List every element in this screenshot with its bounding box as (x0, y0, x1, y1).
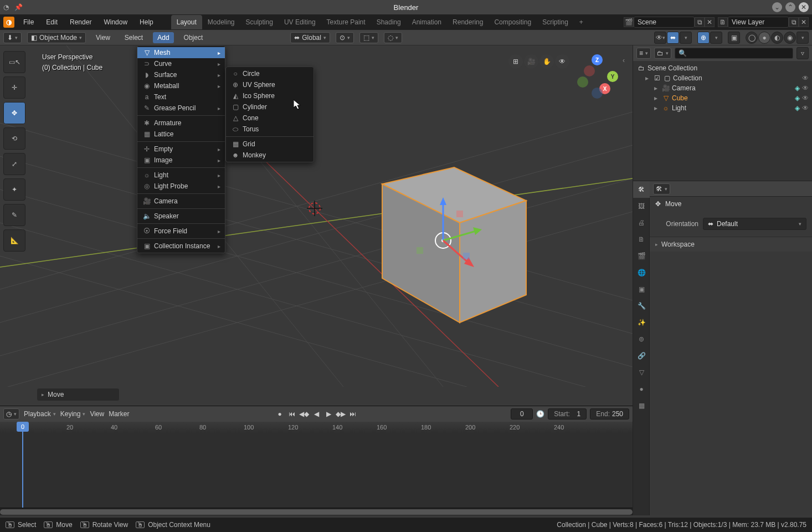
tab-uv-editing[interactable]: UV Editing (279, 15, 321, 29)
overlays-toggle[interactable]: ⊕ (697, 32, 710, 44)
outliner-type-dropdown[interactable]: ≡▾ (636, 48, 651, 59)
nav-pan-icon[interactable]: ✋ (539, 54, 554, 69)
clock-icon[interactable]: 🕒 (536, 410, 544, 418)
ptab-viewlayer[interactable]: 🗎 (633, 231, 650, 248)
tab-texture-paint[interactable]: Texture Paint (321, 15, 371, 29)
add-menu-item-collection-instance[interactable]: ▣Collection Instance▸ (137, 241, 225, 252)
add-menu-item-light[interactable]: ☼Light▸ (137, 170, 225, 181)
visibility-eye-icon[interactable]: 👁 (802, 104, 809, 112)
tool-select-box[interactable]: ▭↖ (3, 51, 25, 73)
timeline-view-menu[interactable]: View (90, 410, 104, 418)
ptab-output[interactable]: 🖨 (633, 214, 650, 231)
tab-layout[interactable]: Layout (171, 15, 202, 29)
sidebar-toggle-icon[interactable]: ‹ (623, 57, 630, 64)
menu-help[interactable]: Help (134, 16, 159, 28)
blender-logo-icon[interactable]: ◑ (3, 17, 14, 28)
jump-start-button[interactable]: ⏮ (286, 408, 297, 420)
mesh-submenu-item-uv-sphere[interactable]: ⊕UV Sphere (226, 79, 314, 90)
ptab-data[interactable]: ▽ (633, 364, 650, 381)
ptab-tool[interactable]: 🛠 (633, 181, 650, 198)
overlays-dropdown[interactable]: ▾ (710, 32, 722, 44)
jump-end-button[interactable]: ⏭ (347, 408, 358, 420)
ptab-render[interactable]: 🖼 (633, 198, 650, 214)
orientation-dropdown[interactable]: ⬌ Global ▾ (290, 32, 330, 43)
shading-rendered[interactable]: ◉ (784, 32, 796, 44)
add-menu-item-speaker[interactable]: 🔈Speaker (137, 211, 225, 222)
outliner-item-cube[interactable]: ▸▽Cube◈👁 (634, 93, 811, 103)
tab-add[interactable]: + (574, 15, 589, 29)
add-menu-item-empty[interactable]: ✢Empty▸ (137, 144, 225, 155)
menu-render[interactable]: Render (64, 16, 97, 28)
start-frame-input[interactable]: Start:1 (548, 408, 587, 420)
add-menu-item-lattice[interactable]: ▦Lattice (137, 129, 225, 140)
ptab-world[interactable]: 🌐 (633, 264, 650, 281)
mesh-submenu-item-torus[interactable]: ⬭Torus (226, 124, 314, 135)
menu-window[interactable]: Window (98, 16, 133, 28)
disclosure-icon[interactable]: ▸ (654, 104, 661, 112)
mesh-submenu-item-ico-sphere[interactable]: ◭Ico Sphere (226, 90, 314, 101)
ptab-modifiers[interactable]: 🔧 (633, 298, 650, 314)
mesh-submenu-item-monkey[interactable]: ☻Monkey (226, 150, 314, 161)
outliner-item-camera[interactable]: ▸🎥Camera◈👁 (634, 83, 811, 93)
outliner-search-input[interactable]: 🔍 (675, 48, 793, 59)
orientation-dropdown[interactable]: ⬌ Default▾ (703, 218, 806, 230)
nav-perspective-icon[interactable]: 👁 (555, 54, 569, 69)
tab-animation[interactable]: Animation (407, 15, 447, 29)
shading-solid[interactable]: ● (758, 32, 770, 44)
scrollbar-thumb[interactable] (0, 509, 633, 515)
visibility-eye-icon[interactable]: 👁 (802, 74, 809, 82)
tab-compositing[interactable]: Compositing (489, 15, 537, 29)
timeline-ruler[interactable]: 0 20406080100120140160180200220240 (0, 422, 633, 508)
add-menu-item-surface[interactable]: ◗Surface▸ (137, 69, 225, 80)
disclosure-icon[interactable]: ▸ (654, 84, 661, 92)
add-menu-item-metaball[interactable]: ◉Metaball▸ (137, 80, 225, 91)
pin-icon[interactable]: 📌 (14, 3, 23, 11)
tool-move[interactable]: ✥ (3, 102, 25, 124)
disclosure-icon[interactable]: ▸ (645, 74, 652, 82)
editor-type-dropdown[interactable]: ⬇ ▾ (3, 32, 22, 43)
gizmo-dropdown[interactable]: ▾ (680, 32, 692, 44)
visibility-dropdown[interactable]: 👁 ▾ (654, 32, 666, 44)
tool-annotate[interactable]: ✎ (3, 204, 25, 226)
3d-viewport[interactable]: ▭↖ ✛ ✥ ⟲ ⤢ ✦ ✎ 📐 User Perspective (0) Co… (0, 45, 633, 406)
outliner-item-light[interactable]: ▸☼Light◈👁 (634, 103, 811, 113)
pivot-dropdown[interactable]: ⊙ ▾ (336, 32, 354, 43)
gizmo-toggle[interactable]: ⬌ (667, 32, 679, 44)
add-menu-item-mesh[interactable]: ▽Mesh▸ (137, 47, 225, 58)
header-menu-add[interactable]: Add (153, 32, 173, 43)
window-minimize-button[interactable]: ⌄ (772, 2, 782, 12)
tab-shading[interactable]: Shading (371, 15, 407, 29)
tool-transform[interactable]: ✦ (3, 178, 25, 201)
playhead[interactable]: 0 (22, 422, 23, 508)
timeline-marker-menu[interactable]: Marker (109, 410, 129, 418)
add-menu-item-text[interactable]: aText (137, 91, 225, 103)
outliner-item-collection[interactable]: ▸☑▢Collection👁 (634, 73, 811, 83)
axis-neg-x-icon[interactable] (584, 65, 595, 76)
timeline-playback-menu[interactable]: Playback ▾ (24, 410, 56, 418)
tab-modeling[interactable]: Modeling (202, 15, 240, 29)
scene-new-button[interactable]: ✕ (705, 17, 715, 27)
checkbox-icon[interactable]: ☑ (652, 74, 662, 82)
add-menu-item-camera[interactable]: 🎥Camera (137, 196, 225, 207)
menu-edit[interactable]: Edit (40, 16, 63, 28)
timeline-scrollbar[interactable] (0, 508, 633, 515)
mesh-submenu-item-circle[interactable]: ○Circle (226, 68, 314, 79)
add-menu-item-force-field[interactable]: ⦿Force Field▸ (137, 226, 225, 237)
properties-type-dropdown[interactable]: 🛠▾ (653, 183, 670, 195)
proportional-edit-toggle[interactable]: ◌ ▾ (384, 32, 402, 43)
xray-toggle[interactable]: ▣ (728, 32, 740, 44)
tab-scripting[interactable]: Scripting (537, 15, 574, 29)
last-operator-panel[interactable]: ▸ Move (37, 388, 120, 401)
add-menu-item-armature[interactable]: ✱Armature (137, 117, 225, 129)
ptab-particles[interactable]: ✨ (633, 314, 650, 331)
play-reverse-button[interactable]: ◀ (311, 408, 322, 420)
tool-cursor[interactable]: ✛ (3, 76, 25, 99)
mode-dropdown[interactable]: ◧ Object Mode ▾ (27, 32, 86, 43)
ptab-physics[interactable]: ⊚ (633, 331, 650, 347)
axis-neg-y-icon[interactable] (577, 76, 588, 88)
add-menu-item-curve[interactable]: ⊃Curve▸ (137, 58, 225, 69)
viewlayer-browse-icon[interactable]: 🗎 (718, 17, 728, 27)
nav-zoom-icon[interactable]: ⊞ (508, 54, 523, 69)
scene-name-input[interactable]: Scene (634, 17, 695, 28)
autokey-toggle[interactable]: ● (274, 408, 285, 420)
